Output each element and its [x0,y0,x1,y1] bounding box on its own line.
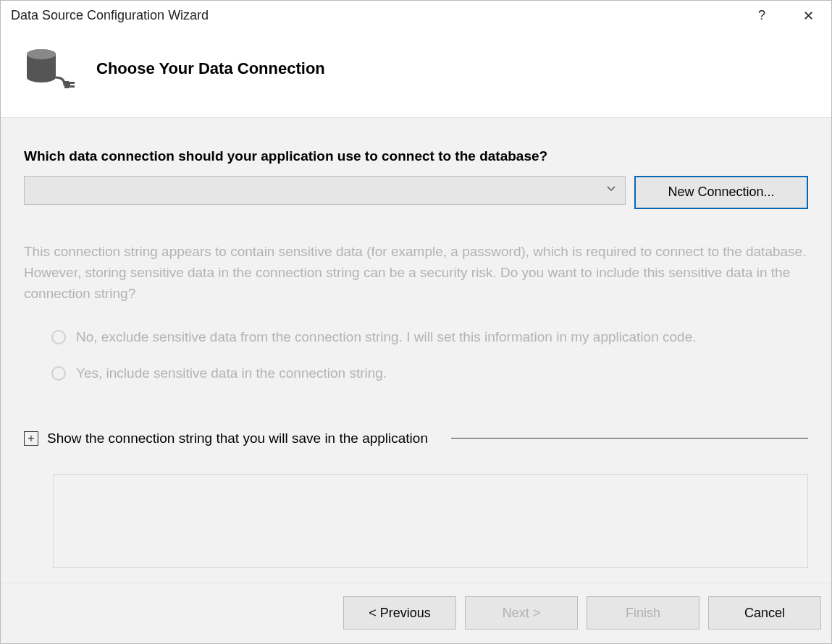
new-connection-label: New Connection... [668,185,774,200]
titlebar-controls: ? ✕ [753,7,821,25]
close-icon: ✕ [803,8,814,24]
wizard-content: Which data connection should your applic… [1,117,831,583]
finish-label: Finish [626,606,660,621]
next-label: Next > [503,606,541,621]
svg-point-2 [27,72,56,82]
previous-label: < Previous [369,606,431,621]
sensitive-data-radios: No, exclude sensitive data from the conn… [24,329,808,402]
divider-line [451,438,808,438]
radio-exclude-label: No, exclude sensitive data from the conn… [76,329,696,345]
next-button: Next > [465,596,578,630]
titlebar: Data Source Configuration Wizard ? ✕ [1,1,831,31]
radio-include [51,366,66,381]
connection-dropdown[interactable] [24,176,626,205]
page-title: Choose Your Data Connection [96,59,325,78]
previous-button[interactable]: < Previous [343,596,456,630]
svg-point-3 [27,49,56,59]
connection-string-textbox [53,474,808,568]
svg-rect-6 [69,85,75,88]
finish-button: Finish [587,596,699,630]
radio-exclude-row: No, exclude sensitive data from the conn… [51,329,808,345]
wizard-header: Choose Your Data Connection [1,31,831,117]
plus-icon: + [28,433,34,444]
connection-question: Which data connection should your applic… [24,148,808,164]
svg-rect-5 [69,82,75,84]
connection-row: New Connection... [24,176,808,209]
close-button[interactable]: ✕ [799,7,817,25]
help-button[interactable]: ? [753,7,770,25]
show-connection-string-label: Show the connection string that you will… [47,431,428,446]
wizard-footer: < Previous Next > Finish Cancel [1,583,831,643]
chevron-down-icon [606,184,616,196]
show-connection-string-row: + Show the connection string that you wi… [24,431,808,446]
cancel-button[interactable]: Cancel [708,596,821,630]
wizard-window: Data Source Configuration Wizard ? ✕ Ch [0,0,832,644]
svg-rect-4 [64,81,69,88]
sensitive-data-explanation: This connection string appears to contai… [24,241,808,305]
expand-toggle[interactable]: + [24,431,38,446]
window-title: Data Source Configuration Wizard [11,8,753,23]
radio-include-row: Yes, include sensitive data in the conne… [51,365,808,381]
radio-exclude [51,330,66,344]
new-connection-button[interactable]: New Connection... [634,176,808,209]
help-icon: ? [758,8,765,23]
radio-include-label: Yes, include sensitive data in the conne… [76,365,387,381]
database-icon [21,41,75,97]
cancel-label: Cancel [744,606,785,621]
